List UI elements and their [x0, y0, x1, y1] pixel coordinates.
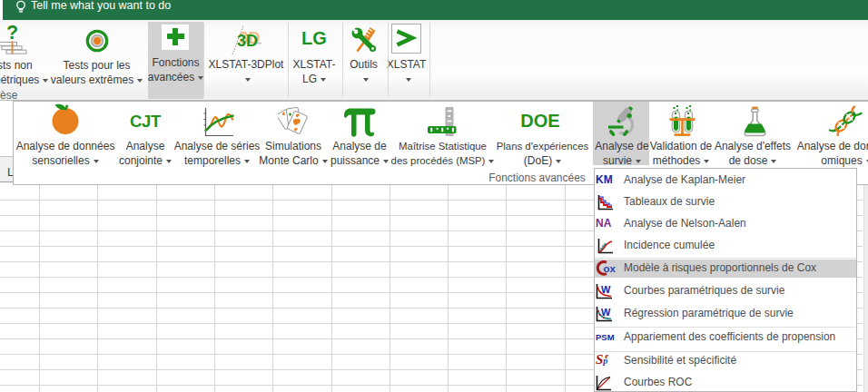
svg-text:3D: 3D	[237, 32, 258, 50]
svg-text:ox: ox	[604, 263, 616, 274]
svg-text:W: W	[601, 284, 611, 295]
svg-text:W: W	[601, 307, 611, 318]
svg-text:?: ?	[6, 24, 18, 44]
